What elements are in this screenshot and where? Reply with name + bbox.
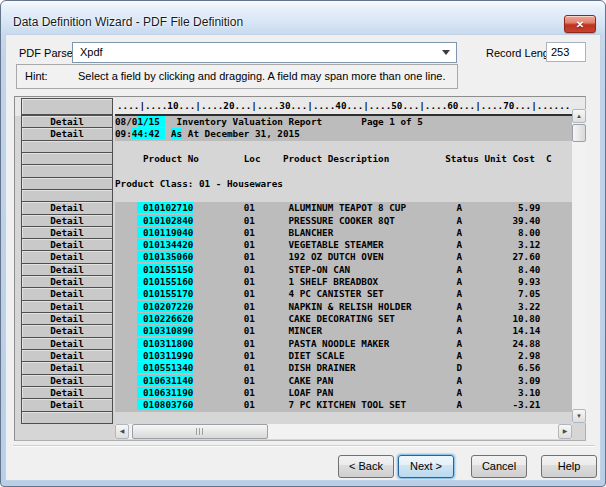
row-data[interactable]	[115, 141, 572, 153]
column-ruler: ....|....10...|....20...|....30...|....4…	[117, 100, 573, 111]
horizontal-scrollbar-thumb[interactable]	[132, 424, 268, 439]
row-data[interactable]: 010135060 01 192 OZ DUTCH OVEN A 27.60	[115, 251, 572, 263]
row-data[interactable]	[115, 412, 572, 424]
row-data[interactable]: 010102710 01 ALUMINUM TEAPOT 8 CUP A 5.9…	[115, 202, 572, 214]
selected-field-highlight: 010551340	[137, 362, 193, 373]
row-data[interactable]	[115, 165, 572, 177]
selected-field-highlight: 010311990	[137, 350, 193, 361]
field-selection-grid: ....|....10...|....20...|....30...|....4…	[14, 96, 586, 441]
row-data[interactable]: 010134420 01 VEGETABLE STEAMER A 3.12	[115, 239, 572, 251]
selected-field-highlight: 010119040	[137, 227, 193, 238]
row-data[interactable]: 010551340 01 DISH DRAINER D 6.56	[115, 362, 572, 374]
window-title: Data Definition Wizard - PDF File Defini…	[13, 15, 243, 29]
scroll-down-icon[interactable]: ▼	[572, 409, 586, 423]
row-data[interactable]: 010155170 01 4 PC CANISTER SET A 7.05	[115, 288, 572, 300]
selected-field-highlight: 010135060	[137, 251, 193, 262]
row-data[interactable]: 010310890 01 MINCER A 14.14	[115, 325, 572, 337]
row-data[interactable]: 010631190 01 LOAF PAN A 3.10	[115, 387, 572, 399]
row-data[interactable]: 010119040 01 BLANCHER A 8.00	[115, 227, 572, 239]
chevron-down-icon	[442, 50, 450, 55]
pdf-parser-label: PDF Parser	[19, 47, 76, 59]
pdf-parser-select[interactable]: Xpdf	[72, 42, 457, 63]
selected-field-highlight: 010155170	[137, 288, 193, 299]
button-area-divider	[13, 445, 595, 447]
row-data[interactable]: 010207220 01 NAPKIN & RELISH HOLDER A 3.…	[115, 301, 572, 313]
record-length-input[interactable]	[546, 42, 586, 62]
horizontal-scrollbar[interactable]: ◀ ▶	[115, 424, 572, 439]
selected-field-highlight: 010155150	[137, 264, 193, 275]
row-data[interactable]: 08/01/15 Inventory Valuation Report Page…	[115, 116, 572, 128]
row-data[interactable]	[115, 190, 572, 202]
scroll-up-icon[interactable]: ▲	[572, 109, 586, 123]
selected-field-highlight: 010631190	[137, 387, 193, 398]
title-bar: Data Definition Wizard - PDF File Defini…	[1, 1, 605, 34]
pdf-parser-value: Xpdf	[80, 46, 103, 58]
hint-box: Hint: Select a field by clicking and dra…	[16, 64, 458, 89]
row-data[interactable]: 09:44:42 As At December 31, 2015	[115, 128, 572, 140]
cancel-button[interactable]: Cancel	[471, 455, 527, 478]
row-data[interactable]: 010102840 01 PRESSURE COOKER 8QT A 39.40	[115, 215, 572, 227]
selected-field-highlight: 010803760	[137, 399, 193, 410]
row-data[interactable]: Product Class: 01 - Housewares	[115, 178, 572, 190]
selected-field-highlight: 010102840	[137, 215, 193, 226]
selected-field-highlight: 010310890	[137, 325, 193, 336]
vertical-scrollbar[interactable]: ▲ ▼	[572, 109, 586, 423]
scroll-left-icon[interactable]: ◀	[115, 424, 129, 439]
next-button[interactable]: Next >	[398, 455, 454, 478]
dialog-window: Data Definition Wizard - PDF File Defini…	[0, 0, 606, 487]
selected-field-highlight: 010134420	[137, 239, 193, 250]
report-rows: Detail08/01/15 Inventory Valuation Repor…	[15, 116, 585, 424]
row-data[interactable]: Product No Loc Product Description Statu…	[115, 153, 572, 165]
selected-field-highlight: 010631140	[137, 375, 193, 386]
selected-field-highlight: 010207220	[137, 301, 193, 312]
hint-text: Select a field by clicking and dragging.…	[78, 70, 446, 82]
selected-field-highlight: 44:42	[132, 128, 166, 139]
selected-field-highlight: 1/15	[137, 116, 165, 127]
close-button[interactable]: ✕	[564, 15, 596, 33]
row-data[interactable]: 010311990 01 DIET SCALE A 2.98	[115, 350, 572, 362]
grid-row	[15, 412, 585, 424]
row-type-cell[interactable]	[21, 411, 113, 425]
help-button[interactable]: Help	[541, 455, 597, 478]
row-data[interactable]: 010803760 01 7 PC KITCHEN TOOL SET A -3.…	[115, 399, 572, 411]
selected-field-highlight: As	[171, 128, 182, 139]
selected-field-highlight: 010226620	[137, 313, 193, 324]
row-data[interactable]: 010226620 01 CAKE DECORATING SET A 10.80	[115, 313, 572, 325]
row-data[interactable]: 010631140 01 CAKE PAN A 3.09	[115, 375, 572, 387]
hint-label: Hint:	[25, 70, 48, 82]
row-data[interactable]: 010155150 01 STEP-ON CAN A 8.40	[115, 264, 572, 276]
scrollbar-grip	[196, 428, 204, 435]
back-button[interactable]: < Back	[338, 455, 394, 478]
vertical-scrollbar-thumb[interactable]	[572, 124, 586, 142]
row-type-header-cell	[21, 98, 113, 115]
scroll-right-icon[interactable]: ▶	[558, 424, 572, 439]
selected-field-highlight: 010311800	[137, 338, 193, 349]
selected-field-highlight: 010155160	[137, 276, 193, 287]
row-data[interactable]: 010311800 01 PASTA NOODLE MAKER A 24.88	[115, 338, 572, 350]
selected-field-highlight: 010102710	[137, 202, 193, 213]
row-data[interactable]: 010155160 01 1 SHELF BREADBOX A 9.93	[115, 276, 572, 288]
close-icon: ✕	[565, 18, 595, 31]
